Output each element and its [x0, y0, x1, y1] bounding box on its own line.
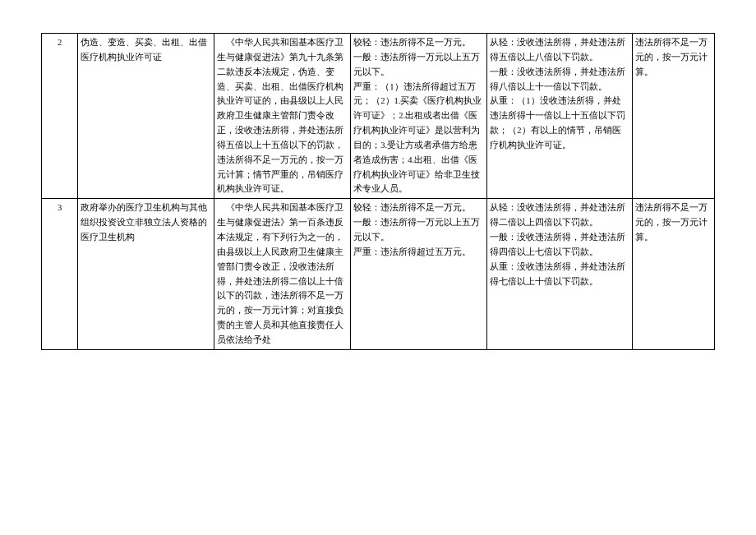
cell-basis: 《中华人民共和国基本医疗卫生与健康促进法》第一百条违反本法规定，有下列行为之一的… — [214, 199, 351, 349]
cell-note: 违法所得不足一万元的，按一万元计算。 — [633, 199, 715, 349]
table-row: 2 伪造、变造、买卖、出租、出借医疗机构执业许可证 《中华人民共和国基本医疗卫生… — [42, 34, 715, 199]
regulation-table: 2 伪造、变造、买卖、出租、出借医疗机构执业许可证 《中华人民共和国基本医疗卫生… — [41, 33, 715, 350]
cell-penalty: 从轻：没收违法所得，并处违法所得五倍以上八倍以下罚款。一般：没收违法所得，并处违… — [487, 34, 633, 199]
cell-basis: 《中华人民共和国基本医疗卫生与健康促进法》第九十九条第二款违反本法规定，伪造、变… — [214, 34, 351, 199]
cell-severity: 较轻：违法所得不足一万元。一般：违法所得一万元以上五万元以下。严重：违法所得超过… — [351, 199, 487, 349]
row-number: 2 — [42, 34, 78, 199]
cell-violation: 政府举办的医疗卫生机构与其他组织投资设立非独立法人资格的医疗卫生机构 — [78, 199, 214, 349]
cell-note: 违法所得不足一万元的，按一万元计算。 — [633, 34, 715, 199]
cell-violation: 伪造、变造、买卖、出租、出借医疗机构执业许可证 — [78, 34, 214, 199]
cell-penalty: 从轻：没收违法所得，并处违法所得二倍以上四倍以下罚款。一般：没收违法所得，并处违… — [487, 199, 633, 349]
row-number: 3 — [42, 199, 78, 349]
cell-severity: 较轻：违法所得不足一万元。一般：违法所得一万元以上五万元以下。严重：（1）违法所… — [351, 34, 487, 199]
table-row: 3 政府举办的医疗卫生机构与其他组织投资设立非独立法人资格的医疗卫生机构 《中华… — [42, 199, 715, 349]
